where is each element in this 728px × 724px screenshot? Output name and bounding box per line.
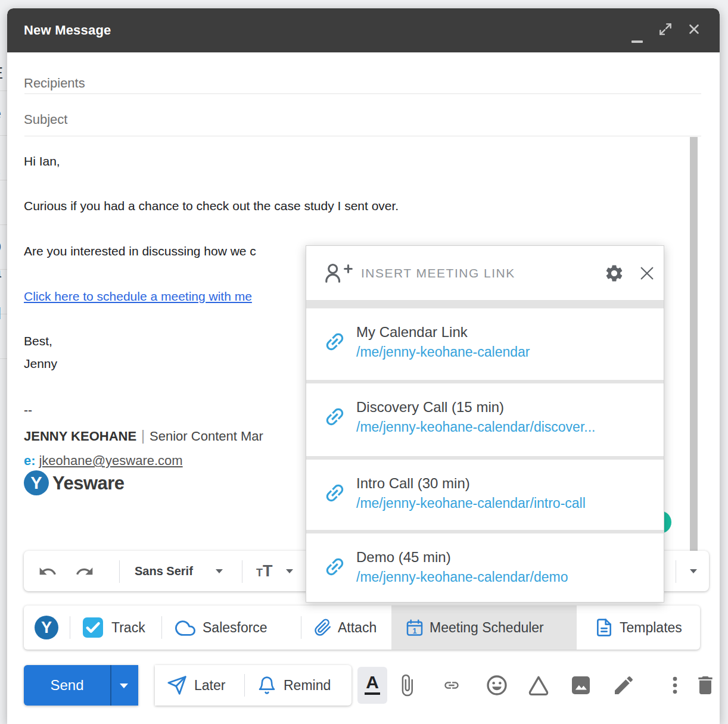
meeting-link-item[interactable]: Demo (45 min) /me/jenny-keohane-calendar… <box>306 533 664 602</box>
svg-text:1: 1 <box>413 627 417 635</box>
track-checkbox[interactable] <box>83 617 103 638</box>
font-family-selector[interactable]: Sans Serif <box>135 551 193 591</box>
link-chain-icon <box>323 405 347 429</box>
calendar-icon: 1 <box>405 619 424 638</box>
popup-close-icon[interactable] <box>639 265 655 282</box>
signature-name-line: JENNY KEOHANE|Senior Content Mar <box>24 428 306 444</box>
text-size-icon[interactable]: TT <box>256 551 273 594</box>
text-size-caret[interactable] <box>286 569 293 573</box>
redo-icon[interactable] <box>75 562 94 581</box>
meeting-scheduler-label[interactable]: Meeting Scheduler <box>430 606 544 650</box>
salesforce-cloud-icon <box>175 618 195 638</box>
compose-titlebar: New Message <box>7 8 720 52</box>
minimize-icon[interactable] <box>631 40 643 43</box>
meeting-link-url: /me/jenny-keohane-calendar/demo <box>356 569 568 585</box>
send-dropdown-caret[interactable] <box>120 684 128 688</box>
later-plane-icon <box>167 675 187 695</box>
later-remind-bar: Later Remind <box>155 665 351 706</box>
send-label: Send <box>24 665 110 706</box>
toolbar-divider <box>301 616 301 639</box>
insert-image-icon[interactable] <box>569 673 593 697</box>
toolbar-divider <box>242 560 242 583</box>
subject-input[interactable]: Subject <box>24 102 67 137</box>
templates-button[interactable]: Templates <box>620 606 682 650</box>
templates-doc-icon <box>595 618 614 637</box>
person-add-icon <box>323 261 353 285</box>
background-text-fragment: e <box>0 105 1 123</box>
later-button[interactable]: Later <box>194 665 225 706</box>
insert-link-icon[interactable] <box>440 677 463 701</box>
meeting-link-item[interactable]: My Calendar Link /me/jenny-keohane-calen… <box>306 308 664 380</box>
link-chain-icon <box>323 330 347 354</box>
more-formatting-caret[interactable] <box>690 569 697 573</box>
background-text-fragment: tl <box>0 354 1 372</box>
meeting-link-title: Discovery Call (15 min) <box>356 399 504 416</box>
remind-button[interactable]: Remind <box>284 665 331 706</box>
salesforce-button[interactable]: Salesforce <box>203 606 267 650</box>
background-text-fragment: E <box>0 64 3 83</box>
recipients-input[interactable]: Recipients <box>24 65 85 101</box>
link-chain-icon <box>323 555 347 579</box>
yesware-logo-icon: Y <box>35 616 58 639</box>
toolbar-divider <box>161 616 162 639</box>
check-icon <box>83 617 103 638</box>
meeting-link-url: /me/jenny-keohane-calendar/discover... <box>356 419 595 435</box>
close-icon[interactable] <box>686 21 702 37</box>
meeting-link-title: My Calendar Link <box>356 324 468 341</box>
meeting-link-title: Intro Call (30 min) <box>356 475 470 492</box>
meeting-link-url: /me/jenny-keohane-calendar/intro-call <box>356 495 586 511</box>
toolbar-divider <box>244 674 245 697</box>
trash-icon[interactable] <box>693 673 717 697</box>
body-line: Curious if you had a chance to check out… <box>24 199 399 213</box>
schedule-meeting-link[interactable]: Click here to schedule a meeting with me <box>24 289 252 304</box>
body-line: Hi Ian, <box>24 154 60 168</box>
email-link[interactable]: jkeohane@yesware.com <box>39 453 182 468</box>
signature-email-line: e: jkeohane@yesware.com <box>24 453 183 469</box>
font-dropdown-caret[interactable] <box>216 569 223 573</box>
text-color-button[interactable]: A <box>357 667 387 704</box>
background-text-fragment: d <box>0 305 1 323</box>
track-label[interactable]: Track <box>111 606 145 650</box>
settings-gear-icon[interactable] <box>604 263 624 283</box>
signature-separator: | <box>136 428 150 444</box>
yesware-logo-icon: Y <box>24 470 49 495</box>
background-text-fragment: a <box>0 263 1 282</box>
send-button[interactable]: Send <box>24 665 138 706</box>
body-line: Best, <box>24 334 52 348</box>
field-divider <box>24 136 701 136</box>
signature-name: JENNY KEOHANE <box>24 429 136 444</box>
popup-header: INSERT MEETING LINK <box>306 246 664 301</box>
scrollbar-thumb[interactable] <box>690 137 698 556</box>
background-text-fragment: p <box>0 237 1 255</box>
link-chain-icon <box>323 481 347 505</box>
meeting-link-url: /me/jenny-keohane-calendar <box>356 344 530 360</box>
attachment-icon[interactable] <box>395 673 419 697</box>
drive-icon[interactable] <box>527 673 550 697</box>
text-color-icon: A <box>365 672 380 695</box>
popup-title: INSERT MEETING LINK <box>361 246 515 301</box>
pen-icon[interactable] <box>612 673 636 697</box>
yesware-toolbar: Y Track Salesforce Attach 1 Meeting Sche… <box>24 606 700 650</box>
background-text-fragment: c <box>0 162 1 180</box>
body-line: Jenny <box>24 357 57 371</box>
insert-meeting-link-popup: INSERT MEETING LINK My Calendar Link /me… <box>306 245 664 603</box>
attach-button[interactable]: Attach <box>338 606 377 650</box>
more-options-icon[interactable] <box>663 673 687 697</box>
signature-role: Senior Content Mar <box>150 429 263 444</box>
toolbar-divider <box>676 560 676 583</box>
yesware-logo-text: Yesware <box>52 473 125 494</box>
send-split-divider <box>110 665 111 706</box>
toolbar-divider <box>70 616 70 639</box>
emoji-icon[interactable] <box>485 673 509 697</box>
email-label: e: <box>24 453 36 468</box>
send-row: Send Later Remind A <box>24 665 709 706</box>
meeting-link-title: Demo (45 min) <box>356 549 451 566</box>
undo-icon[interactable] <box>38 562 57 581</box>
expand-icon[interactable] <box>658 21 673 37</box>
remind-bell-icon <box>257 676 276 695</box>
meeting-link-item[interactable]: Intro Call (30 min) /me/jenny-keohane-ca… <box>306 460 664 530</box>
window-title: New Message <box>24 8 111 52</box>
attach-paperclip-icon <box>314 619 332 636</box>
background-row-lines <box>0 46 7 380</box>
meeting-link-item[interactable]: Discovery Call (15 min) /me/jenny-keohan… <box>306 383 664 456</box>
